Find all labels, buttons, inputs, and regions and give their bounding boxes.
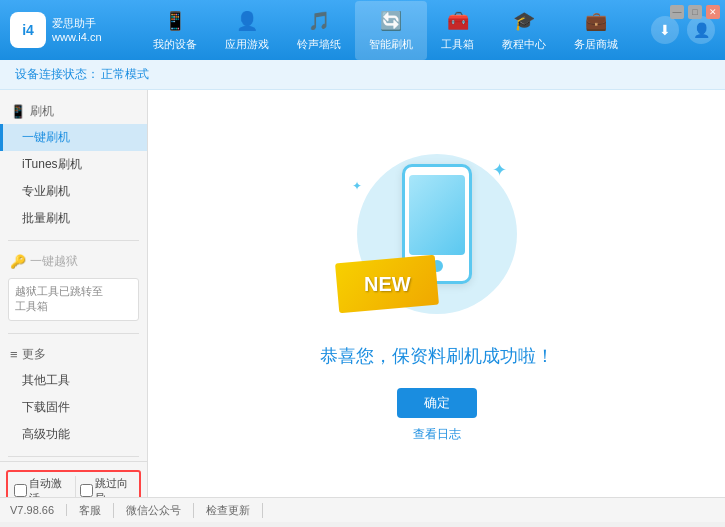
footer-customer-service[interactable]: 客服	[67, 503, 114, 518]
maximize-button[interactable]: □	[688, 5, 702, 19]
app-window: — □ ✕ i4 爱思助手 www.i4.cn 📱 我的设备 👤 应用游戏	[0, 0, 725, 527]
sidebar-divider-2	[8, 333, 139, 334]
nav-my-device[interactable]: 📱 我的设备	[139, 1, 211, 60]
success-title-text: 恭喜您，保资料刷机成功啦！	[320, 346, 554, 366]
nav-apps-games[interactable]: 👤 应用游戏	[211, 1, 283, 60]
sidebar-divider-3	[8, 456, 139, 457]
breadcrumb-prefix: 设备连接状态：	[15, 66, 99, 83]
minimize-button[interactable]: —	[670, 5, 684, 19]
sidebar-jailbreak-info: 越狱工具已跳转至工具箱	[8, 278, 139, 321]
account-button[interactable]: 👤	[687, 16, 715, 44]
phone-illustration: ✦ ✦ NEW	[347, 144, 527, 324]
nav-smart-flash-label: 智能刷机	[369, 37, 413, 52]
nav-my-device-label: 我的设备	[153, 37, 197, 52]
service-icon: 💼	[584, 9, 608, 33]
phone-screen	[409, 175, 465, 255]
sidebar-bottom: 自动激活 跳过向导 📱 iPhone 15 Pro Max 512GB iPho…	[0, 461, 147, 497]
sidebar-section-jailbreak: 🔑 一键越狱 越狱工具已跳转至工具箱	[0, 245, 147, 329]
footer-version: V7.98.66	[10, 504, 67, 516]
sparkle-icon-2: ✦	[352, 179, 362, 193]
my-device-icon: 📱	[163, 9, 187, 33]
sparkle-icon-1: ✦	[492, 159, 507, 181]
footer-left: V7.98.66 客服 微信公众号 检查更新	[10, 503, 263, 518]
smart-flash-icon: 🔄	[379, 9, 403, 33]
nav-bar: 📱 我的设备 👤 应用游戏 🎵 铃声墙纸 🔄 智能刷机 🧰 工具箱 🎓	[130, 1, 641, 60]
skip-guide-checkbox[interactable]	[80, 484, 93, 497]
breadcrumb: 设备连接状态： 正常模式	[0, 60, 725, 90]
nav-tutorial-label: 教程中心	[502, 37, 546, 52]
nav-service-label: 务居商城	[574, 37, 618, 52]
tutorial-icon: 🎓	[512, 9, 536, 33]
new-ribbon: NEW	[335, 255, 439, 314]
nav-toolbox-label: 工具箱	[441, 37, 474, 52]
sidebar-item-batch-flash[interactable]: 批量刷机	[0, 205, 147, 232]
close-button[interactable]: ✕	[706, 5, 720, 19]
content-area: ✦ ✦ NEW 恭喜您，保资料刷机成功啦！ 确定 查看日志	[148, 90, 725, 497]
sidebar-section-flash: 📱 刷机 一键刷机 iTunes刷机 专业刷机 批量刷机	[0, 95, 147, 236]
footer-bar: V7.98.66 客服 微信公众号 检查更新	[0, 497, 725, 522]
sidebar-item-pro-flash[interactable]: 专业刷机	[0, 178, 147, 205]
sidebar-item-download-firmware[interactable]: 下载固件	[0, 394, 147, 421]
logo-name: 爱思助手	[52, 16, 102, 30]
success-illustration: ✦ ✦ NEW 恭喜您，保资料刷机成功啦！ 确定 查看日志	[320, 144, 554, 443]
nav-ringtones[interactable]: 🎵 铃声墙纸	[283, 1, 355, 60]
sidebar-item-itunes-flash[interactable]: iTunes刷机	[0, 151, 147, 178]
auto-activate-checkbox[interactable]	[14, 484, 27, 497]
sidebar-item-other-tools[interactable]: 其他工具	[0, 367, 147, 394]
nav-tutorial[interactable]: 🎓 教程中心	[488, 1, 560, 60]
footer-check-update[interactable]: 检查更新	[194, 503, 263, 518]
confirm-button[interactable]: 确定	[397, 388, 477, 418]
sidebar: 📱 刷机 一键刷机 iTunes刷机 专业刷机 批量刷机 🔑 一键越狱 越狱工具…	[0, 90, 148, 497]
more-group-icon: ≡	[10, 347, 18, 362]
auto-activate-label: 自动激活	[29, 476, 67, 497]
breadcrumb-status: 正常模式	[101, 66, 149, 83]
sidebar-group-flash: 📱 刷机	[0, 99, 147, 124]
logo-abbr: i4	[22, 22, 34, 38]
flash-group-icon: 📱	[10, 104, 26, 119]
sidebar-group-jailbreak: 🔑 一键越狱	[0, 249, 147, 274]
auto-activate-checkbox-label[interactable]: 自动激活	[14, 476, 67, 497]
success-title: 恭喜您，保资料刷机成功啦！	[320, 344, 554, 368]
logo-icon: i4	[10, 12, 46, 48]
main-layout: 📱 刷机 一键刷机 iTunes刷机 专业刷机 批量刷机 🔑 一键越狱 越狱工具…	[0, 90, 725, 497]
nav-apps-games-label: 应用游戏	[225, 37, 269, 52]
sidebar-divider-1	[8, 240, 139, 241]
download-button[interactable]: ⬇	[651, 16, 679, 44]
sidebar-section-more: ≡ 更多 其他工具 下载固件 高级功能	[0, 338, 147, 452]
auto-activate-row: 自动激活 跳过向导	[6, 470, 141, 497]
apps-games-icon: 👤	[235, 9, 259, 33]
skip-guide-label: 跳过向导	[95, 476, 133, 497]
more-group-label: 更多	[22, 346, 46, 363]
sidebar-item-one-key-flash[interactable]: 一键刷机	[0, 124, 147, 151]
header-right: ⬇ 👤	[651, 16, 715, 44]
skip-guide-checkbox-label[interactable]: 跳过向导	[75, 476, 133, 497]
ribbon-text: NEW	[363, 273, 410, 296]
ringtones-icon: 🎵	[307, 9, 331, 33]
header: i4 爱思助手 www.i4.cn 📱 我的设备 👤 应用游戏 🎵 铃声墙纸 🔄	[0, 0, 725, 60]
logo: i4 爱思助手 www.i4.cn	[10, 12, 130, 48]
nav-smart-flash[interactable]: 🔄 智能刷机	[355, 1, 427, 60]
nav-service[interactable]: 💼 务居商城	[560, 1, 632, 60]
logo-text: 爱思助手 www.i4.cn	[52, 16, 102, 45]
sidebar-group-more: ≡ 更多	[0, 342, 147, 367]
sidebar-item-advanced[interactable]: 高级功能	[0, 421, 147, 448]
flash-group-label: 刷机	[30, 103, 54, 120]
window-controls: — □ ✕	[670, 5, 720, 19]
logo-url: www.i4.cn	[52, 30, 102, 44]
jailbreak-icon: 🔑	[10, 254, 26, 269]
nav-toolbox[interactable]: 🧰 工具箱	[427, 1, 488, 60]
jailbreak-label: 一键越狱	[30, 253, 78, 270]
view-log-link[interactable]: 查看日志	[413, 426, 461, 443]
toolbox-icon: 🧰	[446, 9, 470, 33]
footer-wechat[interactable]: 微信公众号	[114, 503, 194, 518]
nav-ringtones-label: 铃声墙纸	[297, 37, 341, 52]
